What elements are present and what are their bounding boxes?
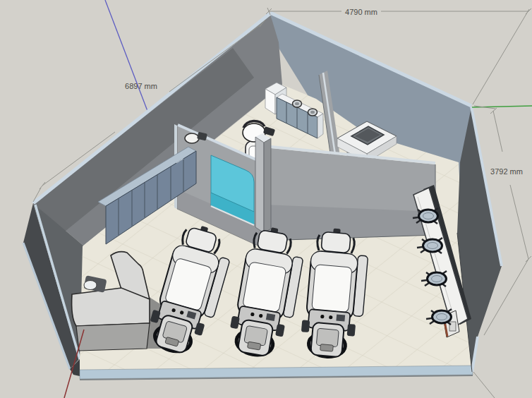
sketchup-3d-viewport[interactable]: 4790 mm 6897 mm 3792 mm	[0, 0, 532, 398]
dimension-top-label: 4790 mm	[345, 8, 377, 16]
model-canvas[interactable]: 4790 mm 6897 mm 3792 mm	[0, 0, 532, 398]
dimension-right-label: 3792 mm	[490, 167, 523, 176]
partition-front-wall[interactable]	[264, 146, 435, 241]
dimension-left-label: 6897 mm	[125, 82, 157, 90]
sofa-pillow	[84, 281, 97, 290]
